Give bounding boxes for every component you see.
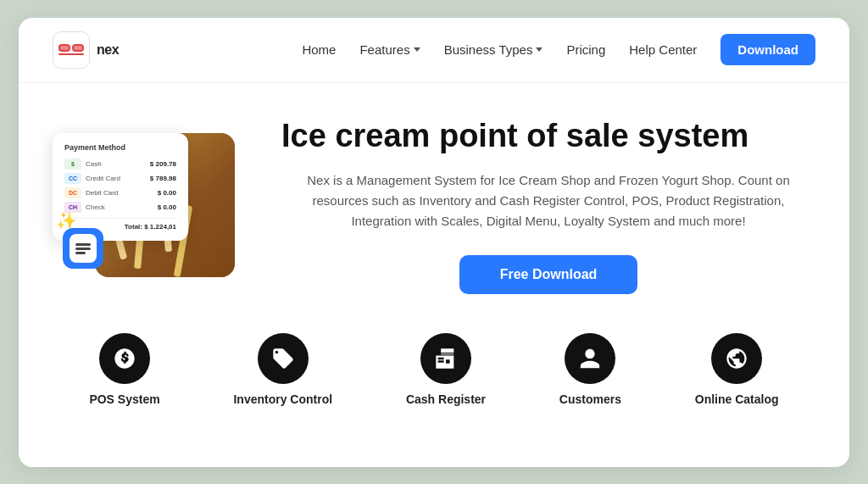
- pos-system-label: POS System: [89, 392, 159, 406]
- payment-row: DC Debit Card $ 0.00: [64, 187, 176, 198]
- register-icon: [434, 347, 458, 370]
- feature-cash-register: Cash Register: [406, 333, 486, 406]
- debit-card-icon: DC: [64, 187, 81, 198]
- payment-method-debit: Debit Card: [86, 189, 118, 197]
- cash-icon: $: [64, 159, 81, 170]
- payment-row: CH Check $ 0.00: [64, 202, 176, 213]
- page-container: nex Home Features Business Types Pricing…: [19, 18, 849, 467]
- cash-register-label: Cash Register: [406, 392, 486, 406]
- main-content: Payment Method $ Cash $ 209.78 CC Credit…: [19, 83, 849, 320]
- payment-method-check: Check: [86, 203, 105, 211]
- globe-icon: [725, 347, 748, 370]
- logo-glasses: [58, 44, 84, 55]
- pos-system-icon: [99, 333, 150, 384]
- payment-method-cc: Credit Card: [86, 175, 120, 182]
- payment-amount-check: $ 0.00: [158, 203, 176, 211]
- hero-text: Ice cream point of sale system Nex is a …: [281, 117, 815, 295]
- nav-help-center[interactable]: Help Center: [629, 42, 697, 57]
- payment-amount-debit: $ 0.00: [158, 189, 176, 197]
- feature-customers: Customers: [559, 333, 621, 406]
- inventory-label: Inventory Control: [233, 392, 332, 406]
- chevron-down-icon: [536, 47, 542, 52]
- chevron-down-icon: [414, 47, 420, 52]
- customers-icon: [565, 333, 615, 384]
- pos-badge: [63, 228, 103, 269]
- payment-row: $ Cash $ 209.78: [64, 159, 176, 170]
- customers-label: Customers: [559, 392, 621, 406]
- nav-business-types[interactable]: Business Types: [444, 42, 543, 57]
- logo-text: nex: [97, 42, 119, 58]
- feature-pos: POS System: [89, 333, 159, 406]
- features-row: POS System Inventory Control Cash Regist…: [19, 320, 849, 431]
- download-button[interactable]: Download: [721, 34, 815, 65]
- nav-home[interactable]: Home: [302, 42, 336, 57]
- payment-amount-cc: $ 789.98: [150, 175, 176, 182]
- catalog-icon: [711, 333, 762, 384]
- payment-amount-cash: $ 209.78: [150, 160, 176, 168]
- nav: Home Features Business Types Pricing Hel…: [302, 34, 815, 65]
- payment-method-cash: Cash: [86, 160, 102, 168]
- hero-description: Nex is a Management System for Ice Cream…: [281, 170, 815, 231]
- tag-icon: [271, 347, 295, 370]
- catalog-label: Online Catalog: [695, 392, 779, 406]
- feature-catalog: Online Catalog: [695, 333, 779, 406]
- pos-badge-inner: [70, 234, 97, 263]
- cash-register-icon: [420, 333, 471, 384]
- payment-row: CC Credit Card $ 789.98: [64, 173, 176, 184]
- credit-card-icon: CC: [64, 173, 81, 184]
- inventory-icon: [258, 333, 309, 384]
- dollar-sign-icon: [113, 347, 136, 370]
- illustration-wrap: Payment Method $ Cash $ 209.78 CC Credit…: [53, 133, 256, 277]
- payment-card-title: Payment Method: [64, 143, 176, 152]
- header: nex Home Features Business Types Pricing…: [19, 18, 849, 83]
- free-download-button[interactable]: Free Download: [459, 255, 638, 294]
- pos-lines: [75, 243, 91, 254]
- feature-inventory: Inventory Control: [233, 333, 332, 406]
- logo-icon: [53, 31, 90, 69]
- nav-features[interactable]: Features: [359, 42, 420, 57]
- logo[interactable]: nex: [53, 31, 119, 69]
- hero-title: Ice cream point of sale system: [281, 117, 815, 156]
- person-icon: [578, 347, 602, 370]
- nav-pricing[interactable]: Pricing: [566, 42, 605, 57]
- payment-total: Total: $ 1.224,01: [125, 223, 176, 231]
